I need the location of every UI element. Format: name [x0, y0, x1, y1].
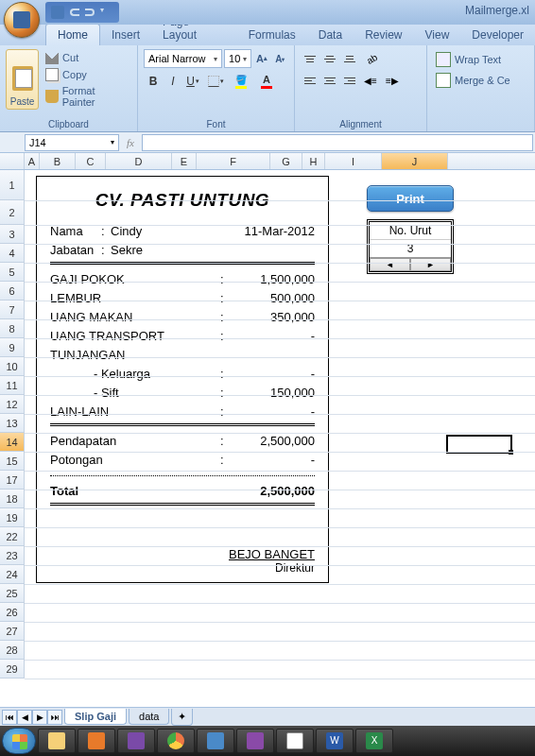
tab-formulas[interactable]: Formulas [237, 25, 307, 45]
fx-icon[interactable]: fx [127, 137, 134, 148]
taskbar-app2-icon[interactable] [197, 729, 234, 753]
border-button[interactable]: ▾ [203, 72, 228, 91]
decrease-indent-button[interactable]: ◀≡ [360, 71, 381, 90]
redo-icon[interactable] [85, 9, 95, 16]
row-header-27[interactable]: 27 [0, 622, 25, 641]
taskbar-paint-icon[interactable] [276, 729, 314, 753]
row-header-23[interactable]: 23 [0, 546, 25, 565]
row-header-17[interactable]: 17 [0, 471, 25, 490]
worksheet-grid[interactable]: 1234567891011121314151718192223242526272… [0, 170, 535, 718]
copy-button[interactable]: Copy [43, 67, 131, 82]
taskbar-word-icon[interactable]: W [316, 729, 354, 753]
row-header-5[interactable]: 5 [0, 263, 25, 282]
row-header-29[interactable]: 29 [0, 660, 25, 679]
row-header-24[interactable]: 24 [0, 565, 25, 584]
row-header-14[interactable]: 14 [0, 433, 25, 452]
active-cell[interactable] [446, 435, 512, 454]
column-header-H[interactable]: H [302, 153, 325, 169]
row-header-8[interactable]: 8 [0, 319, 25, 338]
column-header-I[interactable]: I [325, 153, 382, 169]
row-header-15[interactable]: 15 [0, 452, 25, 471]
row-header-19[interactable]: 19 [0, 508, 25, 527]
font-color-button[interactable]: A [254, 72, 279, 91]
row-header-1[interactable]: 1 [0, 170, 25, 200]
cut-button[interactable]: Cut [43, 50, 131, 65]
row-header-9[interactable]: 9 [0, 338, 25, 357]
taskbar-media-icon[interactable] [78, 729, 115, 753]
sheet-nav-first[interactable]: ⏮ [2, 710, 17, 725]
align-center-button[interactable] [320, 71, 339, 90]
row-header-18[interactable]: 18 [0, 490, 25, 508]
taskbar-explorer-icon[interactable] [38, 729, 76, 753]
underline-button[interactable]: U▾ [183, 72, 202, 91]
row-header-26[interactable]: 26 [0, 603, 25, 622]
taskbar-app3-icon[interactable] [236, 729, 274, 753]
row-header-10[interactable]: 10 [0, 357, 25, 376]
align-middle-button[interactable] [320, 49, 339, 68]
format-painter-button[interactable]: Format Painter [43, 84, 131, 109]
column-header-D[interactable]: D [106, 153, 172, 169]
spinner-next-button[interactable]: ► [410, 258, 451, 271]
column-header-B[interactable]: B [40, 153, 76, 169]
spinner-prev-button[interactable]: ◄ [370, 258, 410, 271]
font-size-combo[interactable]: 10▾ [224, 49, 251, 68]
paste-button[interactable]: Paste [6, 49, 39, 110]
row-header-25[interactable]: 25 [0, 584, 25, 603]
select-all-corner[interactable] [0, 153, 25, 169]
align-top-button[interactable] [301, 49, 319, 68]
office-button[interactable] [4, 2, 40, 38]
tab-insert[interactable]: Insert [100, 25, 151, 45]
tab-view[interactable]: View [414, 25, 461, 45]
row-header-12[interactable]: 12 [0, 395, 25, 414]
row-header-6[interactable]: 6 [0, 282, 25, 301]
sheet-tab-new[interactable]: ✦ [171, 709, 193, 726]
orientation-button[interactable]: ab [360, 49, 385, 68]
sheet-tab-data[interactable]: data [129, 709, 169, 725]
row-header-22[interactable]: 22 [0, 527, 25, 546]
start-button[interactable] [2, 728, 36, 754]
formula-input[interactable] [142, 134, 533, 151]
align-left-button[interactable] [301, 71, 319, 90]
group-alignment: ab ◀≡ ≡▶ Alignment [295, 45, 427, 131]
taskbar-excel-icon[interactable]: X [355, 729, 393, 753]
sheet-nav-last[interactable]: ⏭ [47, 710, 62, 725]
bold-button[interactable]: B [144, 72, 163, 91]
taskbar-chrome-icon[interactable] [157, 729, 195, 753]
column-header-A[interactable]: A [25, 153, 40, 169]
tab-developer[interactable]: Developer [460, 25, 535, 45]
shrink-font-button[interactable]: A▾ [272, 49, 288, 68]
align-bottom-button[interactable] [340, 49, 359, 68]
row-header-7[interactable]: 7 [0, 301, 25, 319]
name-box[interactable]: J14▾ [25, 134, 119, 151]
tab-review[interactable]: Review [354, 25, 413, 45]
row-header-4[interactable]: 4 [0, 244, 25, 263]
tab-data[interactable]: Data [307, 25, 354, 45]
row-header-28[interactable]: 28 [0, 641, 25, 660]
column-header-G[interactable]: G [270, 153, 302, 169]
row-header-11[interactable]: 11 [0, 376, 25, 395]
sheet-tab-slip-gaji[interactable]: Slip Gaji [64, 709, 127, 725]
sheet-nav-next[interactable]: ▶ [32, 710, 47, 725]
sheet-nav-prev[interactable]: ◀ [17, 710, 32, 725]
merge-center-button[interactable]: Merge & Ce [433, 70, 528, 91]
column-header-F[interactable]: F [197, 153, 270, 169]
align-right-button[interactable] [340, 71, 359, 90]
save-icon[interactable] [51, 6, 64, 19]
qat-more-icon[interactable]: ▾ [100, 6, 113, 19]
font-name-combo[interactable]: Arial Narrow▾ [144, 49, 222, 68]
grow-font-button[interactable]: A▴ [253, 49, 269, 68]
fill-color-button[interactable]: 🪣 [229, 72, 253, 91]
row-header-2[interactable]: 2 [0, 200, 25, 225]
tab-home[interactable]: Home [45, 24, 100, 45]
increase-indent-button[interactable]: ≡▶ [382, 71, 403, 90]
row-header-13[interactable]: 13 [0, 414, 25, 433]
column-header-C[interactable]: C [76, 153, 106, 169]
italic-button[interactable]: I [164, 72, 182, 91]
print-button[interactable]: Print [367, 185, 454, 212]
column-header-J[interactable]: J [382, 153, 448, 169]
row-header-3[interactable]: 3 [0, 225, 25, 244]
taskbar-app1-icon[interactable] [117, 729, 155, 753]
undo-icon[interactable] [70, 9, 79, 16]
column-header-E[interactable]: E [172, 153, 197, 169]
wrap-text-button[interactable]: Wrap Text [433, 49, 528, 70]
